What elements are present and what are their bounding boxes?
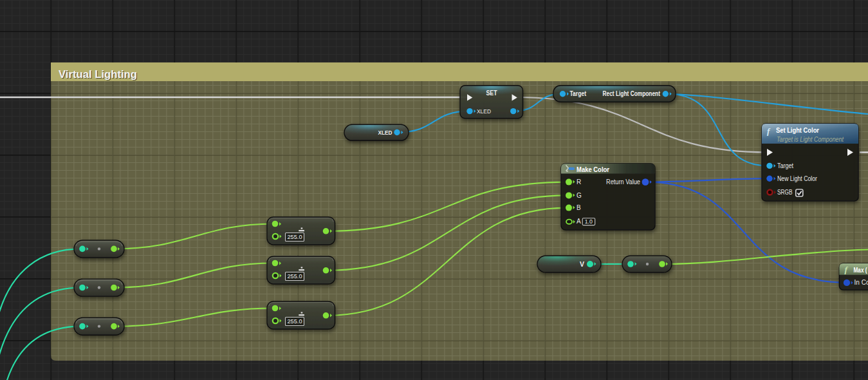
svg-text:G: G (577, 192, 582, 199)
svg-text:XLED: XLED (477, 108, 491, 115)
svg-text:Make Color: Make Color (577, 166, 609, 173)
svg-text:SET: SET (486, 89, 497, 97)
svg-text:V: V (580, 260, 584, 268)
svg-text:Max (: Max ( (854, 266, 867, 274)
svg-text:1.0: 1.0 (585, 218, 593, 225)
svg-text:Return Value: Return Value (606, 178, 640, 185)
svg-text:Target is Light Component: Target is Light Component (777, 136, 844, 143)
svg-text:Target: Target (777, 162, 793, 169)
svg-text:In Co: In Co (854, 279, 868, 286)
svg-text:New Light Color: New Light Color (777, 175, 818, 182)
svg-text:Rect Light Component: Rect Light Component (603, 90, 661, 97)
svg-text:Virtual Lighting: Virtual Lighting (59, 68, 137, 81)
svg-text:B: B (577, 204, 581, 211)
svg-text:Target: Target (570, 90, 587, 97)
svg-text:255.0: 255.0 (288, 234, 302, 240)
svg-text:XLED: XLED (378, 129, 392, 136)
svg-text:R: R (577, 178, 581, 185)
svg-text:A: A (577, 218, 581, 225)
svg-text:SRGB: SRGB (777, 189, 793, 196)
svg-text:Set Light Color: Set Light Color (776, 126, 819, 134)
